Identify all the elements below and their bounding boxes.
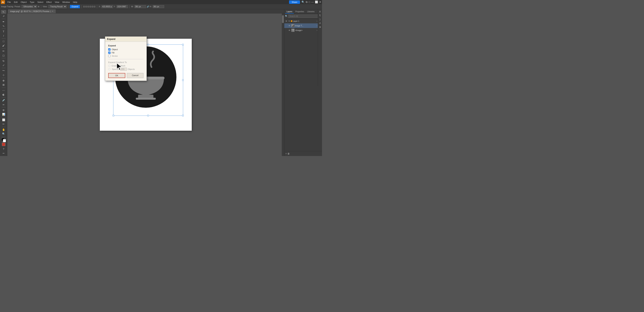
w-input[interactable] [134,5,146,8]
glyphs-icon[interactable]: A [319,22,321,25]
scale-tool[interactable]: ⤢ [1,63,6,67]
add-icon[interactable]: ⊕ [319,26,321,28]
share-button[interactable]: Share [289,1,300,4]
hand-tool[interactable]: ✋ [1,128,6,131]
direct-select-tool[interactable]: ↗ [1,14,6,18]
layer-eye-icon[interactable]: 👁 [288,24,291,27]
tab-libraries[interactable]: Libraries [306,10,316,14]
document-tab[interactable]: image.png* @ 66.67 % ( RGB/CPU Preview )… [8,10,56,13]
layer-expand-arrow[interactable]: ▼ [288,20,290,22]
blend-tool[interactable]: ∞ [1,103,6,106]
expand-button[interactable]: Expand [70,5,80,8]
object-checkbox[interactable] [108,48,110,51]
stroke-checkbox[interactable] [108,55,110,57]
canvas-scroll-area[interactable]: Expand Expand Object Fill Stroke [7,14,284,156]
minimize-icon[interactable]: — [311,1,314,4]
zoom-tool[interactable]: 🔍 [1,132,6,136]
handle-bc[interactable] [147,115,149,116]
menu-help[interactable]: Help [72,1,79,4]
stroke-swatch[interactable] [3,139,6,142]
perspective-tool[interactable]: ⊞ [1,83,6,87]
gradient-mesh-radio[interactable] [108,65,110,67]
cancel-button[interactable]: Cancel [127,73,144,78]
type-tool[interactable]: T [1,30,6,33]
align-mr-icon[interactable]: ⊡ [94,5,96,8]
align-tc-icon[interactable]: ⊡ [85,5,87,8]
bracket-icon[interactable]: ) [320,18,320,21]
menu-edit[interactable]: Edit [13,1,19,4]
layer-eye-icon[interactable]: 👁 [288,29,291,32]
handle-mr[interactable] [182,79,184,81]
layer-row-layer1[interactable]: 👁 ▼ Layer 1 ○ 🔒 [284,19,322,23]
maximize-icon[interactable]: ⬜ [315,1,318,4]
eraser-tool[interactable]: ◻ [1,54,6,57]
align-ml-icon[interactable]: ⊡ [90,5,91,8]
symbol-sprayer-tool[interactable]: ⊛ [1,108,6,112]
slice-tool[interactable]: ✂ [1,122,6,126]
warp-tool[interactable]: 〜 [1,69,6,73]
select-tool[interactable]: ↖ [1,10,6,14]
align-tr-icon[interactable]: ⊡ [87,5,89,8]
pencil-tool[interactable]: ✏ [1,49,6,53]
question-tool[interactable]: ? [1,147,6,151]
search-icon[interactable]: 🔍 [302,1,304,4]
rectangle-tool[interactable]: □ [1,40,6,43]
arrange-windows-icon[interactable]: ⧉ [306,1,308,4]
specify-radio[interactable] [108,68,110,70]
line-tool[interactable]: / [1,34,6,38]
red-swatch[interactable] [2,143,5,146]
layer-eye-icon[interactable]: 👁 [285,20,288,23]
type-tool-icon[interactable]: A [319,10,321,13]
shape-builder-tool[interactable]: ⊕ [1,79,6,82]
dialog-body: Expand Object Fill Stroke [105,42,146,81]
menu-view[interactable]: View [54,1,61,4]
layer-row-image[interactable]: 👁 <Image> ○ [284,28,322,33]
handle-bl[interactable] [113,115,114,116]
menu-file[interactable]: File [6,1,12,4]
scrollbar-thumb[interactable] [282,15,284,23]
menu-object[interactable]: Object [19,1,28,4]
more-tools[interactable]: ••• [1,151,6,155]
eyedropper-tool[interactable]: 💉 [1,98,6,102]
menu-type[interactable]: Type [28,1,36,4]
rotate-tool[interactable]: ↻ [1,59,6,63]
link-wh-icon[interactable]: 🔗 [147,6,149,8]
gradient-tool[interactable]: ◐ [1,93,6,97]
curvature-tool[interactable]: ∿ [1,24,6,28]
column-graph-tool[interactable]: 📊 [1,112,6,116]
new-layer-icon[interactable]: + [286,152,287,155]
search-input[interactable] [288,15,318,18]
pen-tool[interactable]: ✒ [1,20,6,24]
view-dropdown[interactable]: Tracing Result [48,5,67,8]
free-transform-tool[interactable]: ⊹ [1,73,6,77]
align-tl-icon[interactable]: ⊡ [83,5,85,8]
menu-effect[interactable]: Effect [45,1,53,4]
y-input[interactable] [116,5,128,8]
specify-input[interactable] [120,68,127,71]
handle-br[interactable] [182,115,184,116]
paintbrush-tool[interactable]: 🖌 [1,44,6,48]
layer-row-image-trace[interactable]: 👁 Image T... ○ 🔒 [284,23,322,28]
tab-layers[interactable]: Layers [285,10,294,14]
preset-options-icon[interactable]: ⚙ [38,6,40,8]
preset-dropdown[interactable]: Silhouettes [22,5,37,8]
close-icon[interactable]: ✕ [319,1,321,4]
vertical-scrollbar[interactable] [282,14,284,156]
h-input[interactable] [153,5,164,8]
ok-button[interactable]: OK [108,73,125,78]
main-layout: ↖ ↗ ✒ ∿ T / □ 🖌 ✏ ◻ ↻ ⤢ 〜 ⊹ ⊕ ⊞ ⋯ ◐ 💉 ∞ … [0,9,322,156]
tab-close-button[interactable]: ✕ [52,10,54,12]
x-input[interactable] [102,5,113,8]
fill-stroke-swatches[interactable] [1,138,6,142]
mesh-tool[interactable]: ⋯ [1,89,6,92]
handle-tr[interactable] [182,44,184,46]
menu-window[interactable]: Window [61,1,71,4]
menu-select[interactable]: Select [36,1,45,4]
paragraph-tool-icon[interactable]: ¶ [319,14,320,17]
delete-layer-icon[interactable]: 🗑 [288,152,290,155]
artboard-tool[interactable]: ⬜ [1,118,6,122]
window-icon[interactable]: □ [308,1,310,4]
align-mc-icon[interactable]: ⊡ [92,5,93,8]
tab-properties[interactable]: Properties [294,10,306,14]
fill-checkbox[interactable] [108,52,110,54]
